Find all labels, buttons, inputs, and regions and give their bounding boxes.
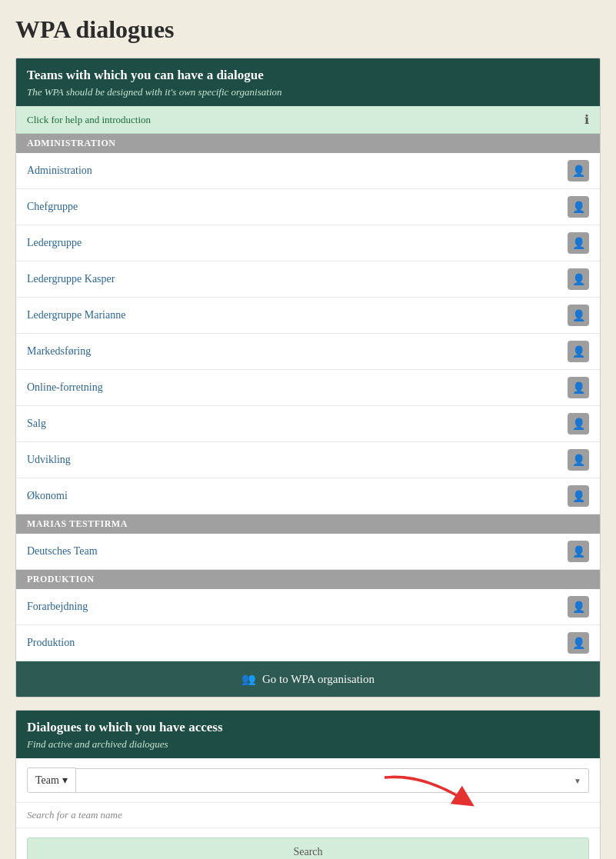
- list-item[interactable]: Markedsføring 👤: [16, 334, 600, 370]
- info-icon: ℹ: [584, 112, 589, 127]
- list-item[interactable]: Administration 👤: [16, 153, 600, 189]
- teams-card-subtitle: The WPA should be designed with it's own…: [27, 86, 589, 98]
- dialogues-card-subtitle: Find active and archived dialogues: [27, 738, 589, 751]
- list-item[interactable]: Ledergruppe 👤: [16, 225, 600, 261]
- person-icon: 👤: [568, 268, 589, 290]
- person-icon: 👤: [568, 413, 589, 434]
- group-icon: 👥: [241, 672, 256, 686]
- filter-container: Team ▾: [16, 758, 600, 803]
- list-item[interactable]: Deutsches Team 👤: [16, 534, 600, 570]
- list-item[interactable]: Online-forretning 👤: [16, 370, 600, 406]
- list-item[interactable]: Økonomi 👤: [16, 478, 600, 514]
- team-link-deutsches-team[interactable]: Deutsches Team: [27, 545, 98, 558]
- person-icon: 👤: [568, 305, 589, 326]
- team-link-salg[interactable]: Salg: [27, 418, 46, 430]
- dialogues-card-header: Dialogues to which you have access Find …: [16, 711, 600, 758]
- person-icon: 👤: [568, 341, 589, 362]
- chevron-down-icon: ▾: [62, 774, 68, 787]
- list-item[interactable]: Forarbejdning 👤: [16, 589, 600, 625]
- help-bar[interactable]: Click for help and introduction ℹ: [16, 106, 600, 134]
- list-item[interactable]: Chefgruppe 👤: [16, 189, 600, 225]
- teams-card-title: Teams with which you can have a dialogue: [27, 68, 589, 83]
- search-hint: Search for a team name: [16, 803, 600, 828]
- team-link-oekonomi[interactable]: Økonomi: [27, 490, 68, 502]
- team-filter-dropdown[interactable]: Team ▾: [27, 767, 76, 793]
- person-icon: 👤: [568, 632, 589, 654]
- team-link-markedsfoering[interactable]: Markedsføring: [27, 345, 91, 358]
- person-icon: 👤: [568, 377, 589, 398]
- team-select[interactable]: [76, 768, 589, 793]
- page-title: WPA dialogues: [15, 15, 601, 44]
- person-icon: 👤: [568, 449, 589, 471]
- team-link-ledergruppe-kasper[interactable]: Ledergruppe Kasper: [27, 273, 115, 285]
- person-icon: 👤: [568, 196, 589, 218]
- team-link-ledergruppe[interactable]: Ledergruppe: [27, 237, 82, 249]
- teams-card: Teams with which you can have a dialogue…: [15, 58, 601, 698]
- list-item[interactable]: Ledergruppe Kasper 👤: [16, 261, 600, 298]
- list-item[interactable]: Salg 👤: [16, 406, 600, 442]
- section-header-marias-testfirma: MARIAS TESTFIRMA: [16, 514, 600, 534]
- list-item[interactable]: Produktion 👤: [16, 625, 600, 661]
- filter-row: Team ▾: [16, 758, 600, 803]
- person-icon: 👤: [568, 541, 589, 562]
- person-icon: 👤: [568, 232, 589, 254]
- team-link-udvikling[interactable]: Udvikling: [27, 454, 71, 466]
- team-select-wrapper: [76, 768, 589, 793]
- team-link-forarbejdning[interactable]: Forarbejdning: [27, 601, 88, 613]
- person-icon: 👤: [568, 596, 589, 618]
- teams-card-header: Teams with which you can have a dialogue…: [16, 58, 600, 106]
- dialogues-card-title: Dialogues to which you have access: [27, 720, 589, 735]
- dialogues-card: Dialogues to which you have access Find …: [15, 710, 601, 859]
- person-icon: 👤: [568, 485, 589, 507]
- person-icon: 👤: [568, 160, 589, 181]
- team-label: Team: [35, 774, 59, 787]
- wpa-org-button[interactable]: 👥 Go to WPA organisation: [16, 661, 600, 697]
- team-link-online-forretning[interactable]: Online-forretning: [27, 381, 103, 394]
- list-item[interactable]: Udvikling 👤: [16, 442, 600, 478]
- search-button[interactable]: Search: [27, 837, 589, 859]
- list-item[interactable]: Ledergruppe Marianne 👤: [16, 298, 600, 334]
- section-header-administration: ADMINISTRATION: [16, 134, 600, 153]
- help-link[interactable]: Click for help and introduction: [27, 114, 151, 126]
- team-link-produktion[interactable]: Produktion: [27, 637, 75, 649]
- team-link-chefgruppe[interactable]: Chefgruppe: [27, 201, 78, 213]
- section-header-produktion: PRODUKTION: [16, 570, 600, 589]
- team-link-administration[interactable]: Administration: [27, 165, 92, 177]
- team-link-ledergruppe-marianne[interactable]: Ledergruppe Marianne: [27, 309, 125, 321]
